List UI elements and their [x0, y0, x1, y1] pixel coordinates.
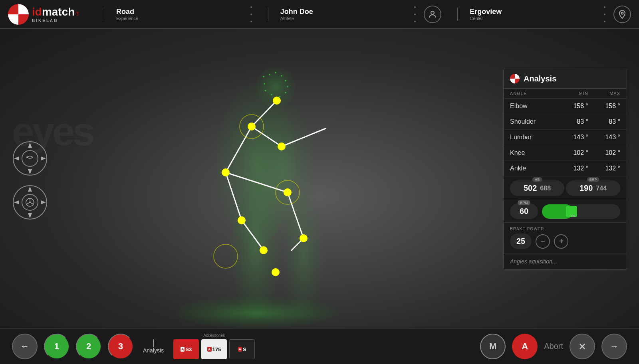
panel-logo — [510, 74, 520, 83]
header-divider-2 — [414, 6, 416, 22]
metric-190: 190 — [579, 184, 593, 193]
svg-point-22 — [269, 74, 270, 75]
rpm-slider[interactable]: 60 — [542, 204, 620, 219]
next-button[interactable]: → — [601, 334, 627, 359]
abort-button[interactable] — [570, 334, 595, 359]
svg-point-53 — [238, 216, 246, 224]
back-icon: ← — [20, 341, 29, 352]
angle-min-knee: 102 ° — [556, 149, 588, 156]
accessories-list: A S3 A 175 A S — [173, 339, 255, 359]
brake-decrease-button[interactable]: − — [536, 234, 550, 249]
analysis-label-area: Analysis — [143, 339, 164, 354]
accessories-area: Accessories A S3 A 175 A S — [173, 333, 255, 359]
center-label: Center — [470, 16, 584, 21]
svg-marker-14 — [41, 200, 46, 204]
metric-744: 744 — [596, 185, 607, 192]
header-center: Ergoview Center — [457, 8, 596, 21]
angle-name-lumbar: Lumbar — [510, 134, 556, 141]
step-3-button[interactable]: 3 — [108, 334, 133, 359]
accessory-s-brand: A — [238, 347, 242, 352]
experience-title: Road — [116, 8, 230, 16]
rpm-value-box: RPM 60 — [510, 204, 538, 219]
svg-point-27 — [285, 92, 286, 93]
angle-max-ankle: 132 ° — [588, 165, 620, 172]
angle-row-elbow: Elbow 158 ° 158 ° — [504, 99, 627, 114]
angle-name-ankle: Ankle — [510, 165, 556, 172]
svg-line-19 — [31, 203, 34, 204]
logo-text: id match ® BIKELAB — [32, 6, 79, 23]
svg-point-16 — [29, 202, 31, 203]
logo-match: match — [42, 6, 75, 18]
back-button[interactable]: ← — [12, 334, 38, 359]
svg-point-55 — [284, 188, 292, 196]
athlete-label: Athlete — [280, 16, 395, 21]
svg-point-54 — [260, 246, 268, 254]
logo-area: id match ® BIKELAB — [8, 4, 88, 25]
nav-controls — [12, 140, 48, 220]
abort-text: Abort — [544, 342, 563, 351]
analysis-label: Analysis — [143, 347, 164, 354]
angle-max-shoulder: 83 ° — [588, 118, 620, 125]
brp-metric-box: BRP 190 744 — [566, 180, 620, 196]
header-divider-1 — [250, 6, 252, 22]
rpm-slider-value: 60 — [571, 214, 575, 218]
svg-marker-5 — [28, 169, 32, 174]
brake-row: 25 − + — [510, 233, 620, 249]
svg-rect-37 — [180, 304, 339, 324]
brake-value: 25 — [510, 233, 532, 249]
header-divider-3 — [604, 6, 605, 22]
table-header: ANGLE MIN MAX — [504, 89, 627, 99]
svg-point-0 — [431, 11, 434, 14]
brake-increase-button[interactable]: + — [554, 234, 568, 249]
header-athlete: John Doe Athlete — [268, 8, 407, 21]
step-2-button[interactable]: 2 — [76, 334, 101, 359]
a-button[interactable]: A — [512, 334, 538, 359]
angle-min-elbow: 158 ° — [556, 103, 588, 110]
accessory-s3-label: S3 — [185, 346, 192, 352]
logo-id: id — [32, 6, 42, 18]
analysis-line — [153, 339, 154, 347]
svg-point-59 — [272, 268, 280, 276]
panel-title: Analysis — [524, 74, 556, 83]
bottom-bar: ← 1 2 3 Analysis Accessories A S3 A 175 … — [0, 328, 639, 364]
col-max: MAX — [588, 91, 620, 96]
panel-header: Analysis — [504, 69, 627, 89]
metrics-section: HB 502 688 BRP 190 744 — [504, 176, 627, 200]
angle-max-lumbar: 143 ° — [588, 134, 620, 141]
angle-name-elbow: Elbow — [510, 103, 556, 110]
header-experience: Road Experience — [104, 8, 242, 21]
next-icon: → — [610, 341, 619, 352]
angle-name-shoulder: Shoulder — [510, 118, 556, 125]
svg-point-57 — [300, 234, 308, 242]
accessory-s3: A S3 — [173, 339, 199, 359]
athlete-name: John Doe — [280, 8, 395, 16]
brake-power-label: BRAKE POWER — [510, 227, 620, 231]
step-1-button[interactable]: 1 — [44, 334, 69, 359]
col-min: MIN — [556, 91, 588, 96]
accessory-175-brand: A — [207, 347, 212, 352]
svg-point-49 — [248, 123, 256, 131]
svg-marker-13 — [14, 200, 19, 204]
center-name: Ergoview — [470, 8, 584, 16]
svg-point-48 — [273, 97, 281, 105]
svg-marker-4 — [28, 142, 32, 148]
step-2-label: 2 — [86, 341, 91, 352]
location-icon-button[interactable] — [613, 6, 631, 23]
accessory-s3-brand: A — [181, 347, 185, 352]
steer-control[interactable] — [12, 184, 48, 220]
svg-point-24 — [281, 75, 282, 77]
m-button[interactable]: M — [480, 334, 506, 359]
angle-min-lumbar: 143 ° — [556, 134, 588, 141]
rpm-section: RPM 60 60 — [504, 200, 627, 223]
orbit-control[interactable] — [12, 140, 48, 176]
svg-marker-6 — [14, 156, 19, 160]
svg-point-51 — [278, 142, 286, 150]
hb-badge: HB — [532, 177, 542, 182]
accessory-175: A 175 — [201, 339, 227, 359]
svg-point-31 — [264, 83, 265, 85]
athlete-icon-button[interactable] — [424, 6, 441, 23]
accessories-label: Accessories — [203, 333, 225, 338]
brp-badge: BRP — [587, 177, 599, 182]
metric-502: 502 — [524, 184, 537, 193]
svg-point-52 — [222, 168, 230, 176]
